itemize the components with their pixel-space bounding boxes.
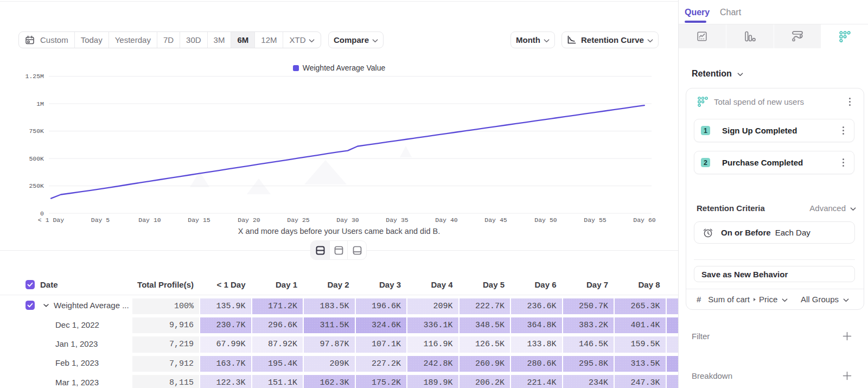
svg-text:< 1 Day: < 1 Day [38,217,64,224]
svg-text:750K: 750K [29,128,44,135]
svg-text:Day 45: Day 45 [484,217,507,224]
svg-text:Day 50: Day 50 [534,217,557,224]
svg-text:250K: 250K [29,182,44,189]
svg-text:Day 5: Day 5 [91,217,110,224]
svg-text:Day 35: Day 35 [386,217,409,224]
svg-text:Day 10: Day 10 [138,217,161,224]
svg-text:Day 30: Day 30 [336,217,359,224]
svg-text:1M: 1M [36,100,44,107]
svg-text:Day 25: Day 25 [287,217,310,224]
svg-text:Day 55: Day 55 [584,217,607,224]
svg-text:Day 40: Day 40 [435,217,458,224]
svg-text:Day 20: Day 20 [238,217,260,224]
svg-text:Day 60: Day 60 [633,217,656,224]
svg-text:1.25M: 1.25M [25,73,44,80]
svg-text:500K: 500K [29,155,44,162]
svg-text:Day 15: Day 15 [188,217,210,224]
svg-text:0: 0 [40,210,44,217]
